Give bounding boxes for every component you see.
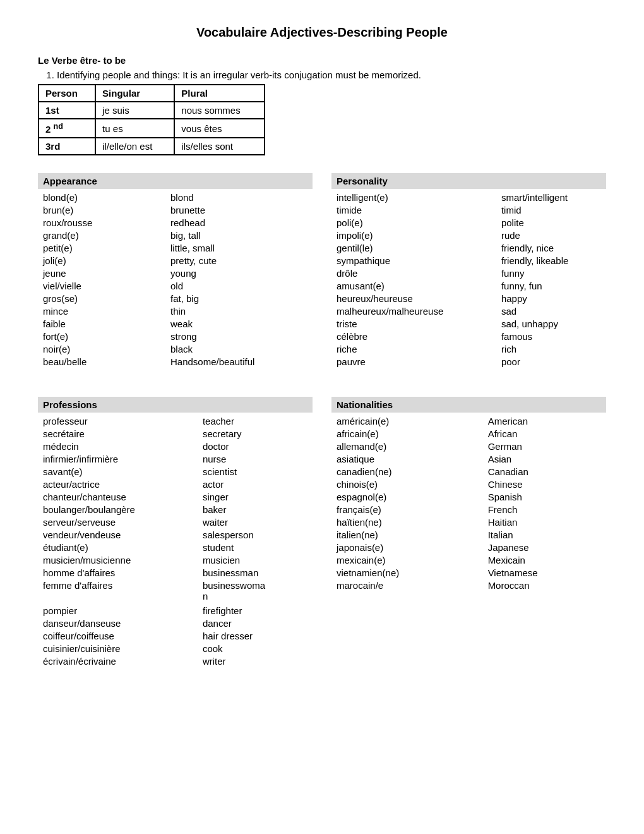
professions-french: cuisinier/cuisinière	[38, 643, 182, 655]
nationalities-french: marocain/e	[331, 579, 468, 591]
professions-english: doctor	[198, 440, 313, 452]
professions-english: cook	[198, 643, 313, 655]
appearance-french: mince	[38, 305, 150, 317]
professions-english: actor	[198, 478, 313, 490]
personality-french: triste	[331, 318, 481, 330]
professions-english: singer	[198, 491, 313, 503]
appearance-personality-section: Appearance blond(e)blondbrun(e)brunetter…	[38, 173, 606, 368]
personality-french: drôle	[331, 267, 481, 279]
professions-french: écrivain/écrivaine	[38, 655, 182, 667]
conjugation-cell-0-1: je suis	[95, 102, 174, 119]
personality-french: amusant(e)	[331, 280, 481, 292]
professions-french: vendeur/vendeuse	[38, 529, 182, 541]
appearance-french: jeune	[38, 267, 150, 279]
personality-english: sad	[496, 305, 606, 317]
appearance-english: brunette	[165, 204, 313, 216]
professions-english: musicien	[198, 554, 313, 566]
professions-header: Professions	[38, 397, 313, 413]
professions-english: firefighter	[198, 605, 313, 617]
nationalities-english: Canadian	[483, 466, 606, 478]
conjugation-cell-1-2: vous êtes	[174, 119, 265, 138]
professions-french: secrétaire	[38, 428, 182, 440]
appearance-french: roux/rousse	[38, 217, 150, 229]
professions-french: médecin	[38, 440, 182, 452]
professions-english: teacher	[198, 415, 313, 427]
professions-english: baker	[198, 504, 313, 516]
personality-french: riche	[331, 343, 481, 355]
personality-english: funny, fun	[496, 280, 606, 292]
professions-english: scientist	[198, 466, 313, 478]
professions-english: student	[198, 541, 313, 553]
professions-english: businessman	[198, 567, 313, 579]
conjugation-cell-0-0: 1st	[39, 102, 95, 119]
professions-french: étudiant(e)	[38, 541, 182, 553]
nationalities-french: français(e)	[331, 504, 468, 516]
appearance-english: strong	[165, 330, 313, 342]
col-plural: Plural	[174, 85, 265, 102]
appearance-english: Handsome/beautiful	[165, 356, 313, 368]
personality-french: poli(e)	[331, 217, 481, 229]
nationalities-english: Moroccan	[483, 579, 606, 591]
nationalities-english: Asian	[483, 453, 606, 465]
nationalities-english: Haitian	[483, 516, 606, 528]
conjugation-table: Person Singular Plural 1stje suisnous so…	[38, 84, 265, 155]
professions-french: femme d'affaires	[38, 579, 182, 602]
personality-french: gentil(le)	[331, 242, 481, 254]
professions-french: danseur/danseuse	[38, 617, 182, 629]
personality-block: Personality intelligent(e)smart/intellig…	[331, 173, 606, 368]
personality-french: timide	[331, 204, 481, 216]
personality-english: famous	[496, 330, 606, 342]
professions-french: boulanger/boulangère	[38, 504, 182, 516]
professions-block: Professions professeurteachersecrétaires…	[38, 397, 313, 667]
professions-english: hair dresser	[198, 630, 313, 642]
nationalities-english: Spanish	[483, 491, 606, 503]
nationalities-grid: américain(e)Americanafricain(e)Africanal…	[331, 415, 606, 591]
conjugation-cell-1-0: 2 nd	[39, 119, 95, 138]
page-title: Vocabulaire Adjectives-Describing People	[38, 25, 606, 40]
professions-french: musicien/musicienne	[38, 554, 182, 566]
personality-french: intelligent(e)	[331, 191, 481, 203]
nationalities-french: allemand(e)	[331, 440, 468, 452]
professions-french: savant(e)	[38, 466, 182, 478]
professions-french: pompier	[38, 605, 182, 617]
conjugation-cell-2-1: il/elle/on est	[95, 138, 174, 155]
personality-french: pauvre	[331, 356, 481, 368]
nationalities-french: italien(ne)	[331, 529, 468, 541]
appearance-french: petit(e)	[38, 242, 150, 254]
appearance-french: brun(e)	[38, 204, 150, 216]
personality-header: Personality	[331, 173, 606, 189]
nationalities-english: French	[483, 504, 606, 516]
professions-french: infirmier/infirmière	[38, 453, 182, 465]
professions-english: dancer	[198, 617, 313, 629]
appearance-french: gros(se)	[38, 293, 150, 305]
conjugation-cell-2-2: ils/elles sont	[174, 138, 265, 155]
appearance-french: beau/belle	[38, 356, 150, 368]
nationalities-french: mexicain(e)	[331, 554, 468, 566]
appearance-english: weak	[165, 318, 313, 330]
professions-english: businesswoman	[198, 579, 313, 602]
appearance-english: black	[165, 343, 313, 355]
appearance-french: blond(e)	[38, 191, 150, 203]
personality-grid: intelligent(e)smart/intelligenttimidetim…	[331, 191, 606, 368]
professions-grid: professeurteachersecrétairesecretaryméde…	[38, 415, 313, 667]
appearance-french: joli(e)	[38, 255, 150, 267]
nationalities-english: Italian	[483, 529, 606, 541]
professions-french: homme d'affaires	[38, 567, 182, 579]
nationalities-french: vietnamien(ne)	[331, 567, 468, 579]
col-singular: Singular	[95, 85, 174, 102]
personality-english: sad, unhappy	[496, 318, 606, 330]
nationalities-english: Chinese	[483, 478, 606, 490]
conjugation-cell-0-2: nous sommes	[174, 102, 265, 119]
personality-english: poor	[496, 356, 606, 368]
professions-french: coiffeur/coiffeuse	[38, 630, 182, 642]
nationalities-french: haïtien(ne)	[331, 516, 468, 528]
professions-english: waiter	[198, 516, 313, 528]
appearance-french: noir(e)	[38, 343, 150, 355]
personality-english: smart/intelligent	[496, 191, 606, 203]
appearance-english: blond	[165, 191, 313, 203]
personality-french: célèbre	[331, 330, 481, 342]
professions-english: secretary	[198, 428, 313, 440]
nationalities-block: Nationalities américain(e)Americanafrica…	[331, 397, 606, 667]
verbe-heading: Le Verbe être- to be	[38, 55, 606, 66]
nationalities-french: américain(e)	[331, 415, 468, 427]
